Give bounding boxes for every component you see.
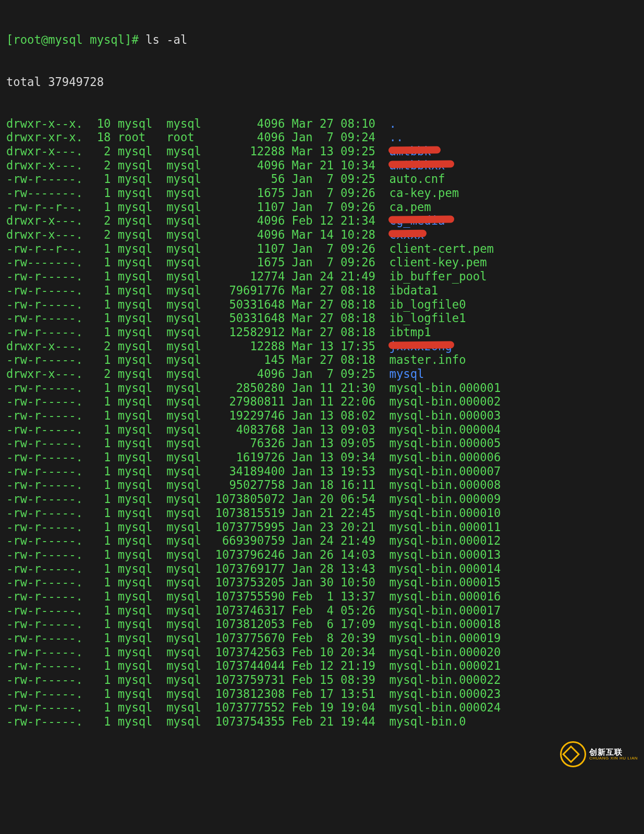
date-cell: Jan 23 20:21 — [292, 520, 383, 534]
size-cell: 34189400 — [208, 464, 285, 479]
date-cell: Feb 15 08:39 — [292, 673, 383, 687]
filename-cell: mysql-bin.000013 — [390, 548, 501, 562]
owner-cell: mysql — [118, 228, 160, 242]
owner-cell: mysql — [118, 506, 160, 520]
date-cell: Jan 7 09:24 — [292, 130, 383, 144]
filename-cell: mysql-bin.000020 — [390, 645, 501, 659]
filename-cell: mysql — [390, 367, 424, 381]
date-cell: Mar 14 10:28 — [292, 228, 383, 242]
owner-cell: mysql — [118, 200, 160, 214]
owner-cell: mysql — [118, 450, 160, 464]
date-cell: Jan 13 19:53 — [292, 464, 383, 479]
owner-cell: mysql — [118, 242, 160, 256]
listing-row: drwxr-xr-x.18 root root 4096 Jan 7 09:24… — [6, 130, 638, 144]
group-cell: mysql — [166, 436, 208, 450]
owner-cell: mysql — [118, 117, 160, 131]
perm-cell: -rw-r-----. — [6, 590, 90, 604]
perm-cell: -rw-r--r--. — [6, 242, 90, 256]
group-cell: mysql — [166, 255, 208, 269]
prompt-line: [root@mysql mysql]# ls -al — [6, 33, 638, 47]
listing-row: -rw-r-----.1 mysql mysql1073755590 Feb 1… — [6, 590, 638, 604]
filename-cell: mysql-bin.000018 — [390, 617, 501, 631]
size-cell: 12774 — [208, 269, 285, 284]
watermark-text-cn: 创新互联 — [589, 748, 638, 756]
date-cell: Mar 27 08:18 — [292, 298, 383, 312]
owner-cell: mysql — [118, 158, 160, 173]
filename-cell: amtbbk — [390, 144, 439, 158]
perm-cell: -rw-r-----. — [6, 687, 90, 701]
owner-cell: mysql — [118, 492, 160, 506]
size-cell: 1073754355 — [208, 715, 285, 729]
perm-cell: -rw-r-----. — [6, 534, 90, 548]
date-cell: Mar 27 08:18 — [292, 284, 383, 298]
filename-cell: mysql-bin.000016 — [390, 590, 501, 604]
size-cell: 669390759 — [208, 534, 285, 548]
group-cell: mysql — [166, 520, 208, 534]
filename-cell: ib_logfile1 — [390, 311, 466, 325]
owner-cell: mysql — [118, 353, 160, 367]
owner-cell: mysql — [118, 311, 160, 325]
perm-cell: -rw-r-----. — [6, 436, 90, 450]
size-cell: 1073796246 — [208, 548, 285, 562]
date-cell: Jan 7 09:25 — [292, 172, 383, 186]
group-cell: mysql — [166, 548, 208, 562]
filename-cell: jxxxxzong — [390, 339, 452, 353]
size-cell: 145 — [208, 353, 285, 367]
owner-cell: mysql — [118, 464, 160, 479]
owner-cell: mysql — [118, 214, 160, 228]
listing-row: -rw-r-----.1 mysql mysql1073796246 Jan 2… — [6, 548, 638, 562]
listing-row: -rw-r-----.1 mysql mysql1619726 Jan 13 0… — [6, 450, 638, 464]
date-cell: Mar 27 08:18 — [292, 353, 383, 367]
filename-cell: auto.cnf — [390, 172, 445, 186]
terminal-window[interactable]: [root@mysql mysql]# ls -al total 3794972… — [0, 0, 644, 770]
links-cell: 1 — [90, 520, 111, 534]
links-cell: 1 — [90, 269, 111, 284]
filename-cell: .. — [390, 130, 404, 144]
date-cell: Feb 12 21:34 — [292, 214, 383, 228]
owner-cell: mysql — [118, 715, 160, 729]
owner-cell: mysql — [118, 269, 160, 284]
links-cell: 1 — [90, 311, 111, 325]
filename-cell: mysql-bin.000021 — [390, 659, 501, 673]
group-cell: mysql — [166, 478, 208, 492]
links-cell: 2 — [90, 339, 111, 353]
perm-cell: -rw-r-----. — [6, 284, 90, 298]
listing-row: -rw-r-----.1 mysql mysql12582912 Mar 27 … — [6, 325, 638, 339]
filename-cell: mysql-bin.000010 — [390, 506, 501, 520]
date-cell: Mar 21 10:34 — [292, 158, 383, 173]
links-cell: 1 — [90, 284, 111, 298]
links-cell: 1 — [90, 325, 111, 339]
owner-cell: mysql — [118, 645, 160, 659]
filename-cell: mysql-bin.000023 — [390, 687, 501, 701]
links-cell: 10 — [90, 117, 111, 131]
group-cell: mysql — [166, 311, 208, 325]
owner-cell: mysql — [118, 367, 160, 381]
links-cell: 1 — [90, 701, 111, 715]
perm-cell: drwxr-x--x. — [6, 117, 90, 131]
command-text: ls -al — [145, 33, 187, 46]
links-cell: 1 — [90, 534, 111, 548]
group-cell: mysql — [166, 381, 208, 395]
group-cell: mysql — [166, 687, 208, 701]
perm-cell: -rw-r-----. — [6, 269, 90, 284]
owner-cell: mysql — [118, 478, 160, 492]
filename-cell: ib_buffer_pool — [390, 269, 487, 284]
links-cell: 2 — [90, 158, 111, 173]
perm-cell: -rw-r-----. — [6, 520, 90, 534]
listing-row: -rw-r-----.1 mysql mysql50331648 Mar 27 … — [6, 311, 638, 325]
listing-row: drwxr-x---.2 mysql mysql4096 Jan 7 09:25… — [6, 367, 638, 381]
links-cell: 1 — [90, 617, 111, 631]
listing-row: -rw-r-----.1 mysql mysql1073805072 Jan 2… — [6, 492, 638, 506]
group-cell: mysql — [166, 534, 208, 548]
filename-cell: mysql-bin.000001 — [390, 381, 501, 395]
size-cell: 79691776 — [208, 284, 285, 298]
listing-row: -rw-r-----.1 mysql mysql79691776 Mar 27 … — [6, 284, 638, 298]
date-cell: Mar 27 08:18 — [292, 325, 383, 339]
filename-cell: mysql-bin.000008 — [390, 478, 501, 492]
date-cell: Feb 17 13:51 — [292, 687, 383, 701]
filename-cell: mysql-bin.000006 — [390, 450, 501, 464]
owner-cell: mysql — [118, 520, 160, 534]
owner-cell: mysql — [118, 631, 160, 645]
listing-row: -rw-------.1 mysql mysql1675 Jan 7 09:26… — [6, 255, 638, 269]
listing-row: drwxr-x---.2 mysql mysql12288 Mar 13 09:… — [6, 144, 638, 158]
